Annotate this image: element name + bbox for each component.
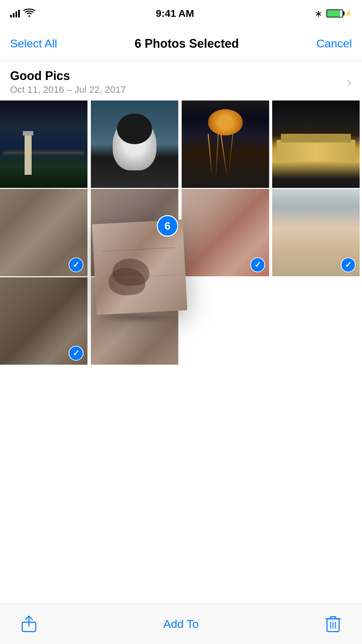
photo-cell-jellyfish[interactable] — [182, 100, 269, 188]
signal-bar-2 — [13, 13, 14, 17]
signal-bars — [10, 10, 20, 17]
chevron-right-icon: › — [347, 74, 352, 90]
bolt-icon: ⚡ — [345, 10, 352, 17]
select-all-button[interactable]: Select All — [10, 37, 57, 50]
status-bar: 9:41 AM ∗ ⚡ — [0, 0, 362, 27]
selection-badge-rock1: ✓ — [69, 257, 83, 272]
share-button[interactable] — [20, 615, 38, 633]
album-info: Good Pics Oct 11, 2016 – Jul 22, 2017 — [10, 69, 126, 95]
selection-badge-rock3: ✓ — [69, 346, 83, 361]
signal-bar-1 — [10, 15, 12, 17]
photo-cell-rock1[interactable]: ✓ — [0, 189, 87, 276]
selection-count-title: 6 Photos Selected — [135, 37, 239, 51]
album-date: Oct 11, 2016 – Jul 22, 2017 — [10, 84, 126, 95]
nav-bar: Select All 6 Photos Selected Cancel — [0, 27, 362, 61]
battery-container: ⚡ — [326, 9, 352, 17]
photo-cell-ship[interactable] — [272, 100, 360, 188]
battery-body — [326, 9, 343, 17]
share-icon — [20, 615, 38, 633]
status-left — [10, 8, 35, 19]
photo-grid-row1 — [0, 100, 362, 188]
add-to-button[interactable]: Add To — [163, 617, 198, 631]
album-header[interactable]: Good Pics Oct 11, 2016 – Jul 22, 2017 › — [0, 61, 362, 100]
selection-badge-pink1: ✓ — [250, 257, 265, 272]
trash-icon — [324, 615, 342, 634]
drag-shadow — [103, 313, 177, 323]
photo-cell-pink1[interactable]: ✓ — [182, 189, 269, 276]
cancel-button[interactable]: Cancel — [316, 37, 352, 50]
wifi-icon — [23, 8, 35, 19]
bluetooth-icon: ∗ — [315, 8, 322, 19]
signal-bar-4 — [18, 10, 20, 17]
photo-cell-penguin[interactable] — [91, 100, 178, 188]
photo-cell-desert1[interactable]: ✓ — [272, 189, 360, 276]
photo-cell-rock3[interactable]: ✓ — [0, 277, 87, 365]
delete-button[interactable] — [324, 615, 342, 634]
drag-container: 6 — [94, 222, 185, 313]
album-title: Good Pics — [10, 69, 126, 83]
signal-bar-3 — [15, 11, 17, 17]
time-display: 9:41 AM — [156, 8, 194, 19]
status-right: ∗ ⚡ — [315, 8, 352, 19]
drag-count-badge: 6 — [157, 215, 178, 237]
bottom-toolbar: Add To — [0, 604, 362, 644]
photo-cell-lighthouse[interactable] — [0, 100, 87, 188]
battery-fill — [327, 10, 340, 17]
